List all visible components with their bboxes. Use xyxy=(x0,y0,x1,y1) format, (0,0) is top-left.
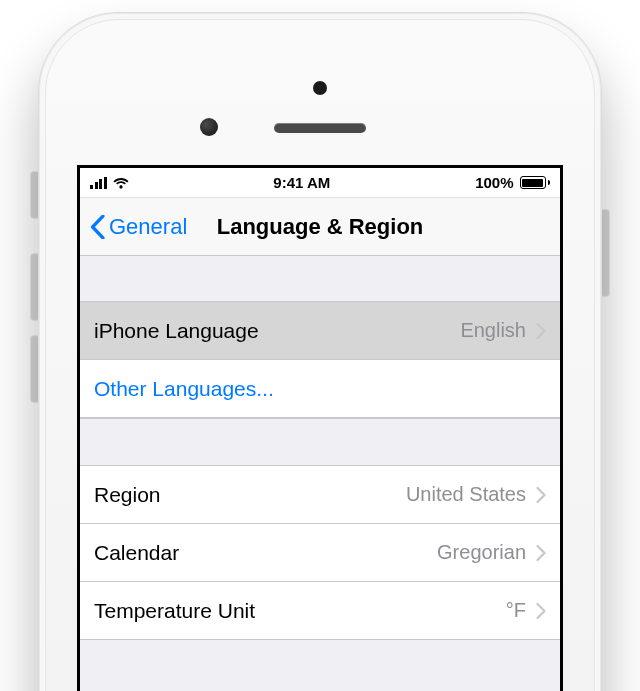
calendar-row[interactable]: Calendar Gregorian xyxy=(80,524,560,582)
screen: 9:41 AM 100% General Language & Region xyxy=(77,165,563,691)
region-row[interactable]: Region United States xyxy=(80,466,560,524)
back-button[interactable]: General xyxy=(90,214,187,240)
section-gap xyxy=(80,418,560,466)
chevron-left-icon xyxy=(90,215,105,239)
iphone-language-row[interactable]: iPhone Language English xyxy=(80,302,560,360)
chevron-right-icon xyxy=(536,545,546,561)
speaker-slot xyxy=(274,123,366,133)
phone-frame: 9:41 AM 100% General Language & Region xyxy=(38,12,602,691)
cellular-signal-icon xyxy=(90,177,107,189)
status-time: 9:41 AM xyxy=(273,174,330,191)
row-label: Calendar xyxy=(94,541,179,565)
row-value: °F xyxy=(506,599,526,622)
status-bar: 9:41 AM 100% xyxy=(80,168,560,198)
row-label: Other Languages... xyxy=(94,377,274,401)
wifi-icon xyxy=(113,177,129,189)
battery-percentage: 100% xyxy=(475,174,513,191)
battery-icon xyxy=(520,176,551,189)
row-value: United States xyxy=(406,483,526,506)
proximity-sensor xyxy=(200,118,218,136)
row-label: iPhone Language xyxy=(94,319,259,343)
row-value: English xyxy=(460,319,526,342)
chevron-right-icon xyxy=(536,323,546,339)
row-label: Region xyxy=(94,483,161,507)
power-button xyxy=(601,210,609,296)
back-label: General xyxy=(109,214,187,240)
other-languages-row[interactable]: Other Languages... xyxy=(80,360,560,418)
row-value: Gregorian xyxy=(437,541,526,564)
camera-dot xyxy=(313,81,327,95)
nav-bar: General Language & Region xyxy=(80,198,560,256)
row-label: Temperature Unit xyxy=(94,599,255,623)
temperature-unit-row[interactable]: Temperature Unit °F xyxy=(80,582,560,640)
chevron-right-icon xyxy=(536,487,546,503)
section-spacer xyxy=(80,256,560,302)
chevron-right-icon xyxy=(536,603,546,619)
